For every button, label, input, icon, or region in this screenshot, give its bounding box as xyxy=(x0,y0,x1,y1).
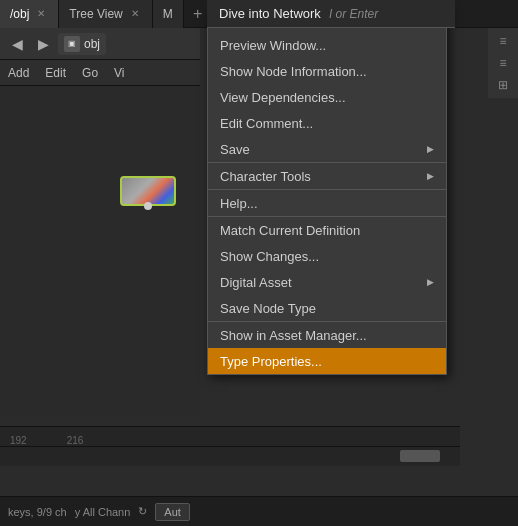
menu-preview-window[interactable]: Preview Window... xyxy=(208,32,446,58)
path-display: ▣ obj xyxy=(58,33,106,55)
tab-m-label: M xyxy=(163,7,173,21)
menu-digital-asset[interactable]: Digital Asset xyxy=(208,269,446,295)
tab-m[interactable]: M xyxy=(153,0,184,28)
tab-obj-label: /obj xyxy=(10,7,29,21)
menu-save-node-type[interactable]: Save Node Type xyxy=(208,295,446,321)
path-label: obj xyxy=(84,37,100,51)
menu-section-3: Help... xyxy=(208,190,446,217)
menu-preview-window-label: Preview Window... xyxy=(220,38,326,53)
timeline-handle[interactable] xyxy=(400,450,440,462)
dive-bar[interactable]: Dive into Network I or Enter xyxy=(207,0,455,28)
auto-button[interactable]: Aut xyxy=(155,503,190,521)
status-bar: keys, 9/9 ch y All Chann ↻ Aut xyxy=(0,496,518,526)
tab-tree-view-label: Tree View xyxy=(69,7,122,21)
menu-vi[interactable]: Vi xyxy=(106,60,132,86)
menu-show-asset-manager[interactable]: Show in Asset Manager... xyxy=(208,322,446,348)
tab-add-icon: + xyxy=(193,5,202,23)
node-obj[interactable] xyxy=(120,176,180,214)
menu-show-node-info-label: Show Node Information... xyxy=(220,64,367,79)
menu-type-properties-label: Type Properties... xyxy=(220,354,322,369)
menu-show-node-info[interactable]: Show Node Information... xyxy=(208,58,446,84)
dive-label: Dive into Network xyxy=(219,6,321,21)
menu-save-label: Save xyxy=(220,142,250,157)
menu-section-1: Parameters and Channels Preview Window..… xyxy=(208,6,446,163)
back-button[interactable]: ◀ xyxy=(6,33,28,55)
ruler-mark-192: 192 xyxy=(10,435,27,446)
all-channels-text: y All Chann xyxy=(75,506,131,518)
forward-icon: ▶ xyxy=(38,36,49,52)
menu-type-properties[interactable]: Type Properties... xyxy=(208,348,446,374)
menu-edit[interactable]: Edit xyxy=(37,60,74,86)
timeline-track[interactable] xyxy=(0,447,460,465)
menu-character-tools-label: Character Tools xyxy=(220,169,311,184)
menu-add[interactable]: Add xyxy=(0,60,37,86)
menu-help[interactable]: Help... xyxy=(208,190,446,216)
refresh-icon[interactable]: ↻ xyxy=(138,505,147,518)
menu-match-current[interactable]: Match Current Definition xyxy=(208,217,446,243)
menu-digital-asset-label: Digital Asset xyxy=(220,275,292,290)
menu-go[interactable]: Go xyxy=(74,60,106,86)
menu-edit-comment-label: Edit Comment... xyxy=(220,116,313,131)
forward-button[interactable]: ▶ xyxy=(32,33,54,55)
node-canvas xyxy=(0,86,200,416)
menu-show-asset-manager-label: Show in Asset Manager... xyxy=(220,328,367,343)
panel-icon-2[interactable]: ≡ xyxy=(491,53,515,73)
menu-show-changes-label: Show Changes... xyxy=(220,249,319,264)
panel-icon-1[interactable]: ≡ xyxy=(491,31,515,51)
tab-obj[interactable]: /obj ✕ xyxy=(0,0,59,28)
menu-section-2: Character Tools xyxy=(208,163,446,190)
menu-view-dependencies-label: View Dependencies... xyxy=(220,90,346,105)
tab-obj-close[interactable]: ✕ xyxy=(34,7,48,21)
node-handle xyxy=(144,202,152,210)
obj-icon: ▣ xyxy=(64,36,80,52)
timeline-ruler: 192 216 xyxy=(0,427,460,447)
menu-character-tools[interactable]: Character Tools xyxy=(208,163,446,189)
menu-help-label: Help... xyxy=(220,196,258,211)
toolbar: ◀ ▶ ▣ obj xyxy=(0,28,200,60)
panel-icon-3[interactable]: ⊞ xyxy=(491,75,515,95)
ruler-mark-216: 216 xyxy=(67,435,84,446)
right-panel: ≡ ≡ ⊞ xyxy=(488,28,518,98)
menu-view-dependencies[interactable]: View Dependencies... xyxy=(208,84,446,110)
menu-save-node-type-label: Save Node Type xyxy=(220,301,316,316)
menu-bar: Add Edit Go Vi xyxy=(0,60,200,86)
tab-tree-view[interactable]: Tree View ✕ xyxy=(59,0,152,28)
menu-section-4: Match Current Definition Show Changes...… xyxy=(208,217,446,322)
menu-edit-comment[interactable]: Edit Comment... xyxy=(208,110,446,136)
context-menu: Parameters and Channels Preview Window..… xyxy=(207,5,447,375)
keys-text: keys, 9/9 ch xyxy=(8,506,67,518)
menu-section-5: Show in Asset Manager... Type Properties… xyxy=(208,322,446,374)
menu-show-changes[interactable]: Show Changes... xyxy=(208,243,446,269)
menu-save[interactable]: Save xyxy=(208,136,446,162)
timeline: 192 216 xyxy=(0,426,460,466)
node-box xyxy=(120,176,176,206)
menu-match-current-label: Match Current Definition xyxy=(220,223,360,238)
tab-tree-view-close[interactable]: ✕ xyxy=(128,7,142,21)
back-icon: ◀ xyxy=(12,36,23,52)
dive-hint: I or Enter xyxy=(329,7,378,21)
